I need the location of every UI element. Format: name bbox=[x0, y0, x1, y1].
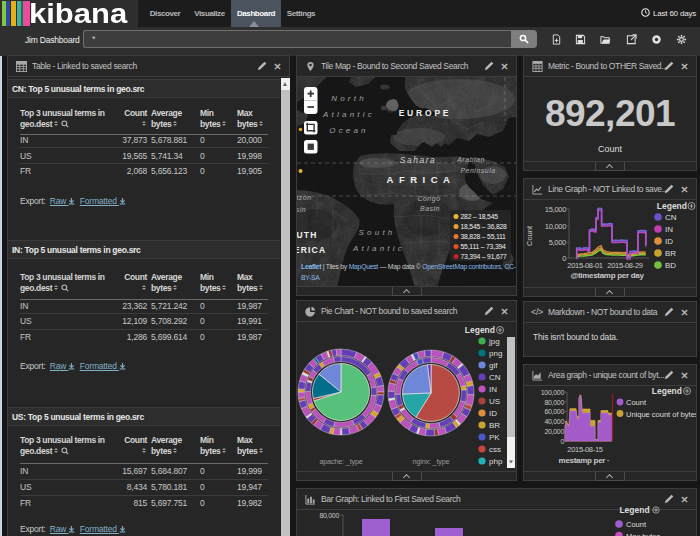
svg-text:18,545 – 36,828: 18,545 – 36,828 bbox=[461, 223, 508, 230]
svg-text:US: US bbox=[489, 397, 500, 406]
svg-text:AFRICA: AFRICA bbox=[387, 174, 456, 185]
svg-text:Sahara: Sahara bbox=[400, 155, 436, 165]
svg-text:nzon: nzon bbox=[297, 194, 312, 201]
svg-text:Arabian: Arabian bbox=[456, 156, 485, 163]
svg-text:2015-08-29: 2015-08-29 bbox=[607, 261, 642, 270]
svg-text:2015-08-15: 2015-08-15 bbox=[567, 445, 602, 454]
svg-text:BD: BD bbox=[665, 261, 676, 270]
svg-text:BR: BR bbox=[665, 249, 676, 258]
svg-text:Peninsula: Peninsula bbox=[460, 167, 495, 174]
svg-text:sin: sin bbox=[297, 206, 306, 213]
svg-text:Atlantic: Atlantic bbox=[352, 244, 405, 253]
svg-text:Congo: Congo bbox=[417, 195, 440, 203]
svg-text:IN: IN bbox=[489, 385, 497, 394]
svg-text:15,000: 15,000 bbox=[545, 205, 566, 214]
svg-text:Legend: Legend bbox=[652, 386, 682, 396]
svg-text:North: North bbox=[331, 94, 367, 103]
svg-text:2015-08-01: 2015-08-01 bbox=[567, 261, 602, 270]
svg-text:10,000: 10,000 bbox=[545, 222, 566, 231]
svg-text:ID: ID bbox=[489, 409, 497, 418]
svg-text:Legend: Legend bbox=[657, 201, 687, 211]
svg-text:apache: _type: apache: _type bbox=[319, 457, 362, 466]
svg-text:Count: Count bbox=[525, 225, 534, 246]
svg-text:282 – 18,545: 282 – 18,545 bbox=[461, 213, 499, 220]
svg-text:png: png bbox=[489, 349, 502, 358]
svg-text:20,000: 20,000 bbox=[544, 428, 564, 435]
svg-text:@timestamp per day: @timestamp per day bbox=[570, 271, 644, 280]
svg-text:BR: BR bbox=[489, 421, 500, 430]
svg-text:0: 0 bbox=[560, 438, 564, 445]
svg-text:Ocean: Ocean bbox=[329, 126, 369, 135]
svg-text:Count: Count bbox=[626, 520, 647, 529]
svg-text:Max bytes: Max bytes bbox=[626, 532, 660, 536]
svg-text:php: php bbox=[489, 457, 503, 466]
svg-text:CN: CN bbox=[665, 213, 677, 222]
svg-text:80,000: 80,000 bbox=[544, 399, 564, 406]
svg-text:gif: gif bbox=[489, 361, 498, 370]
svg-text:60,000: 60,000 bbox=[544, 408, 564, 415]
svg-text:UTH: UTH bbox=[297, 230, 318, 240]
svg-text:55,111 – 73,394: 55,111 – 73,394 bbox=[461, 243, 507, 250]
svg-text:73,394 – 91,677: 73,394 – 91,677 bbox=[461, 253, 508, 260]
svg-text:PK: PK bbox=[489, 433, 500, 442]
svg-text:5,000: 5,000 bbox=[549, 238, 566, 247]
svg-text:80,000: 80,000 bbox=[319, 512, 339, 519]
svg-text:Basin: Basin bbox=[420, 205, 440, 212]
svg-text:BY-SA: BY-SA bbox=[301, 274, 320, 281]
svg-text:ID: ID bbox=[665, 237, 673, 246]
svg-text:CN: CN bbox=[489, 373, 501, 382]
svg-text:38,828 – 55,111: 38,828 – 55,111 bbox=[461, 233, 507, 240]
svg-text:nginx: _type: nginx: _type bbox=[413, 457, 450, 466]
svg-text:Atlantic: Atlantic bbox=[322, 110, 375, 119]
svg-text:Count: Count bbox=[626, 398, 647, 407]
svg-text:100,000: 100,000 bbox=[541, 389, 565, 396]
svg-text:Unique count of bytes: Unique count of bytes bbox=[626, 410, 696, 419]
svg-text:mestamp per ·: mestamp per · bbox=[559, 456, 610, 465]
svg-text:0: 0 bbox=[562, 254, 566, 263]
svg-text:EUROPE: EUROPE bbox=[399, 108, 452, 118]
svg-text:jpg: jpg bbox=[488, 337, 500, 346]
svg-text:Leaflet | Tiles by MapQuest —: Leaflet | Tiles by MapQuest — Map data ©… bbox=[301, 263, 516, 271]
svg-text:Legend: Legend bbox=[465, 325, 495, 335]
svg-text:South: South bbox=[359, 228, 396, 237]
svg-text:css: css bbox=[489, 445, 501, 454]
svg-text:IN: IN bbox=[665, 225, 673, 234]
svg-text:40,000: 40,000 bbox=[544, 418, 564, 425]
svg-text:ERICA: ERICA bbox=[297, 245, 326, 255]
